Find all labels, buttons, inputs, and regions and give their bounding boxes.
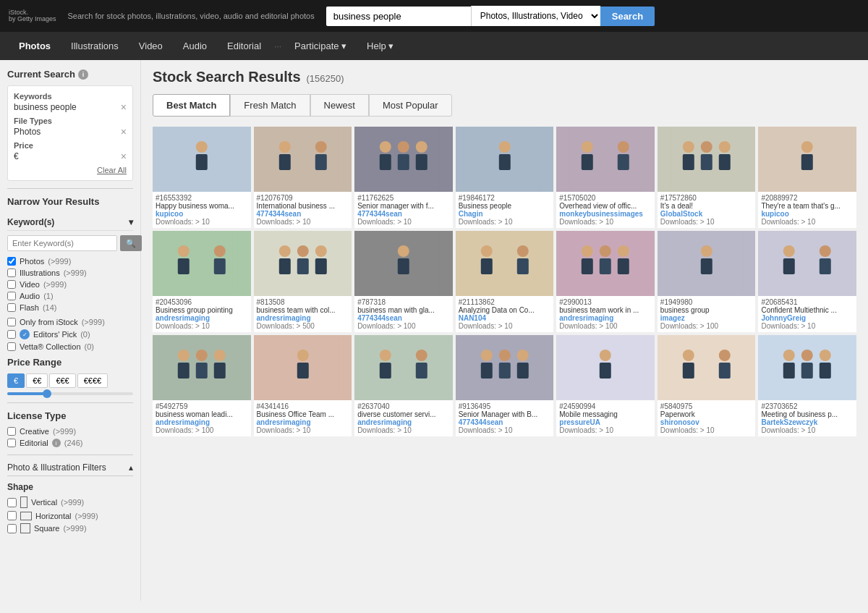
vetta-option[interactable]: Vetta® Collection (0) <box>7 342 133 351</box>
image-author[interactable]: BartekSzewczyk <box>761 418 854 426</box>
filetype-video-checkbox[interactable] <box>7 280 16 289</box>
image-author[interactable]: shironosov <box>660 418 753 426</box>
image-card[interactable]: #5840975PaperworkshironosovDownloads: > … <box>658 335 756 436</box>
image-card[interactable]: #4341416Business Office Team ...andresri… <box>254 335 352 436</box>
keywords-section-header[interactable]: Keyword(s) ▾ <box>7 214 133 231</box>
image-card[interactable]: #813508business team with col...andresri… <box>254 231 352 332</box>
image-author[interactable]: 4774344sean <box>357 314 450 322</box>
image-card[interactable]: #24590994Mobile messagingpressureUADownl… <box>556 335 655 436</box>
license-editorial-checkbox[interactable] <box>7 439 16 447</box>
image-card[interactable]: #15705020Overhead view of offic...monkey… <box>556 127 655 228</box>
filetype-audio[interactable]: Audio (1) <box>7 292 133 300</box>
editorial-info-icon[interactable]: i <box>52 439 61 447</box>
image-author[interactable]: andresrimaging <box>257 418 349 426</box>
filetype-video[interactable]: Video (>999) <box>7 280 133 289</box>
tab-best-match[interactable]: Best Match <box>153 94 230 117</box>
image-author[interactable]: GlobalStock <box>660 210 753 218</box>
image-author[interactable]: 4774344sean <box>257 210 349 218</box>
image-card[interactable]: #16553392Happy business woma...kupicooDo… <box>153 127 251 228</box>
price-slider[interactable] <box>7 392 133 395</box>
image-author[interactable]: monkeybusinessimages <box>559 210 652 218</box>
image-author[interactable]: pressureUA <box>559 418 652 426</box>
image-card[interactable]: #2637040diverse customer servi...andresr… <box>354 335 453 436</box>
image-author[interactable]: kupicoo <box>761 210 854 218</box>
image-card[interactable]: #17572860It's a deal!GlobalStockDownload… <box>658 127 756 228</box>
keyword-input[interactable] <box>7 235 117 251</box>
vetta-checkbox[interactable] <box>7 342 16 351</box>
nav-item-illustrations[interactable]: Illustrations <box>61 32 129 60</box>
nav-item-editorial[interactable]: Editorial <box>217 32 271 60</box>
image-card[interactable]: #9136495Senior Manager with B...4774344s… <box>456 335 554 436</box>
clear-all-link[interactable]: Clear All <box>14 166 127 174</box>
filetype-flash-checkbox[interactable] <box>7 303 16 312</box>
svg-rect-25 <box>683 154 694 170</box>
price-tab-3[interactable]: €€€ <box>49 373 75 388</box>
image-card[interactable]: #23703652Meeting of business p...BartekS… <box>758 335 856 436</box>
search-button[interactable]: Search <box>600 7 655 26</box>
image-author[interactable]: 4774344sean <box>357 210 450 218</box>
nav-item-photos[interactable]: Photos <box>9 32 61 60</box>
image-author[interactable]: andresrimaging <box>559 314 652 322</box>
nav-item-video[interactable]: Video <box>129 32 173 60</box>
license-creative[interactable]: Creative (>999) <box>7 427 133 436</box>
tab-most-popular[interactable]: Most Popular <box>369 94 452 117</box>
filetype-illustrations[interactable]: Illustrations (>999) <box>7 269 133 277</box>
price-slider-thumb[interactable] <box>43 389 51 398</box>
search-type-select[interactable]: Photos, Illustrations, Video <box>471 6 600 26</box>
image-card[interactable]: #20453096Business group pointingandresri… <box>153 231 251 332</box>
license-editorial[interactable]: Editorial i (246) <box>7 439 133 447</box>
keyword-search-button[interactable]: 🔍 <box>120 235 142 251</box>
only-istock-checkbox[interactable] <box>7 318 16 326</box>
shape-vertical-checkbox[interactable] <box>7 498 17 507</box>
image-card[interactable]: #11762625Senior manager with f...4774344… <box>354 127 453 228</box>
image-author[interactable]: andresrimaging <box>357 418 450 426</box>
filetype-illustrations-checkbox[interactable] <box>7 269 16 277</box>
filetype-audio-checkbox[interactable] <box>7 292 16 300</box>
price-tab-1[interactable]: € <box>7 373 25 388</box>
shape-horizontal[interactable]: Horizontal (>999) <box>7 511 133 520</box>
image-author[interactable]: JohnnyGreig <box>761 314 854 322</box>
image-card[interactable]: #19846172Business peopleChaginDownloads:… <box>456 127 554 228</box>
only-istock-option[interactable]: Only from iStock (>999) <box>7 318 133 326</box>
shape-horizontal-checkbox[interactable] <box>7 511 17 520</box>
image-author[interactable]: imagez <box>660 314 753 322</box>
price-tab-2[interactable]: €€ <box>26 373 48 388</box>
photo-filters-header[interactable]: Photo & Illustration Filters ▴ <box>7 462 133 476</box>
image-card[interactable]: #12076709International business ...47743… <box>254 127 352 228</box>
filetype-photos-checkbox[interactable] <box>7 257 16 266</box>
shape-vertical[interactable]: Vertical (>999) <box>7 496 133 508</box>
svg-rect-82 <box>416 363 427 379</box>
tab-fresh-match[interactable]: Fresh Match <box>230 94 310 117</box>
nav-item-participate[interactable]: Participate ▾ <box>284 32 357 60</box>
price-clear-icon[interactable]: × <box>121 151 127 161</box>
image-card[interactable]: #1949980business groupimagezDownloads: >… <box>658 231 756 332</box>
image-card[interactable]: #20685431Confident Multiethnic ...Johnny… <box>758 231 856 332</box>
image-card[interactable]: #2990013business team work in ...andresr… <box>556 231 655 332</box>
image-card[interactable]: #21113862Analyzing Data on Co...NAN104Do… <box>456 231 554 332</box>
nav-item-audio[interactable]: Audio <box>173 32 217 60</box>
image-author[interactable]: kupicoo <box>156 210 248 218</box>
image-author[interactable]: 4774344sean <box>459 418 551 426</box>
image-author[interactable]: andresrimaging <box>156 418 248 426</box>
editors-pick-option[interactable]: ✓ Editors' Pick (0) <box>7 329 133 339</box>
current-search-info-icon[interactable]: i <box>78 69 88 80</box>
image-author[interactable]: NAN104 <box>459 314 551 322</box>
filetype-photos[interactable]: Photos (>999) <box>7 257 133 266</box>
nav-item-help[interactable]: Help ▾ <box>357 32 404 60</box>
image-card[interactable]: #787318business man with gla...4774344se… <box>354 231 453 332</box>
license-creative-checkbox[interactable] <box>7 427 16 436</box>
image-author[interactable]: Chagin <box>459 210 551 218</box>
tab-newest[interactable]: Newest <box>310 94 369 117</box>
image-card[interactable]: #20889972They're a team that's g...kupic… <box>758 127 856 228</box>
search-input[interactable] <box>326 7 471 26</box>
shape-square-checkbox[interactable] <box>7 524 17 533</box>
file-types-clear-icon[interactable]: × <box>121 127 127 137</box>
image-author[interactable]: andresrimaging <box>257 314 349 322</box>
filetype-flash[interactable]: Flash (14) <box>7 303 133 312</box>
keywords-clear-icon[interactable]: × <box>121 102 127 112</box>
image-author[interactable]: andresrimaging <box>156 314 248 322</box>
shape-square[interactable]: Square (>999) <box>7 523 133 533</box>
image-card[interactable]: #5492759business woman leadi...andresrim… <box>153 335 251 436</box>
editors-pick-checkbox[interactable] <box>7 330 16 339</box>
price-tab-4[interactable]: €€€€ <box>77 373 108 388</box>
